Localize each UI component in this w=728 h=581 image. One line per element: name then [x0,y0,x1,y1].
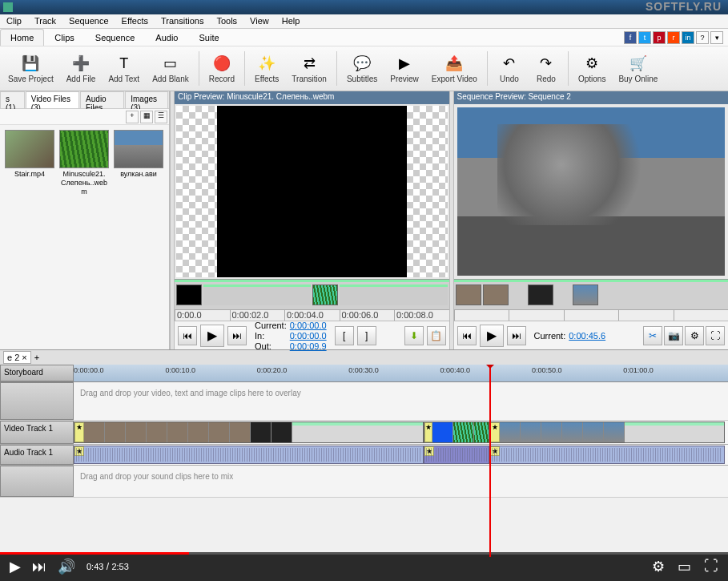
ruler-tick: 0:01:00.0 [623,366,654,374]
mark-in-button[interactable]: [ [335,326,354,345]
add-blank-icon: ▭ [161,54,180,73]
video-track[interactable]: Video Track 1 ★ ★ ★ [0,421,728,445]
twitter-icon[interactable]: t [638,31,651,44]
seq-current-link[interactable]: 0:00:45.6 [569,331,605,341]
seq-prev-button[interactable]: ⏮ [457,326,477,345]
menu-help[interactable]: Help [276,14,307,28]
split-button[interactable]: ✂ [643,326,662,345]
menu-track[interactable]: Track [28,14,62,28]
mix-track[interactable]: Drag and drop your sound clips here to m… [0,466,728,498]
clip-ruler[interactable]: 0:00.00:00:02.00:00:04.00:00:06.00:00:08… [175,309,449,321]
storyboard-button[interactable]: Storyboard [0,365,74,381]
video-clip[interactable]: ★ [489,422,725,443]
media-panel: s (1)Video Files (3)Audio FilesImages (3… [0,91,170,349]
overlay-track[interactable]: Drag and drop your video, text and image… [0,382,728,421]
volume-icon[interactable]: 🔊 [58,558,75,575]
options-button[interactable]: ⚙Options [573,48,611,89]
clip-current-link[interactable]: 0:00:00.0 [290,321,327,330]
add-text-button[interactable]: TAdd Text [103,48,145,89]
add-text-icon: T [115,54,134,73]
help-icon[interactable]: ? [696,31,709,44]
media-item[interactable]: вулкан.ави [114,130,163,179]
video-clip[interactable]: ★ [424,422,489,443]
reddit-icon[interactable]: r [667,31,680,44]
progress-bar[interactable] [0,552,728,555]
seq-strip[interactable] [454,279,729,309]
ruler-tick: 0:00:40.0 [440,366,471,374]
media-tab[interactable]: s (1) [0,91,25,108]
ribbon-tab-sequence[interactable]: Sequence [85,29,146,46]
effects-button[interactable]: ✨Effects [249,48,284,89]
menu-view[interactable]: View [243,14,276,28]
snapshot-button[interactable]: 📷 [664,326,683,345]
clip-in-link[interactable]: 0:00:00.0 [290,331,327,341]
playhead[interactable] [489,365,491,557]
mark-out-button[interactable]: ] [357,326,376,345]
buy-online-button[interactable]: 🛒Buy Online [613,48,663,89]
ribbon-tab-home[interactable]: Home [0,29,44,46]
play-button[interactable]: ▶ [10,558,21,575]
menu-tools[interactable]: Tools [210,14,243,28]
menu-transitions[interactable]: Transitions [155,14,210,28]
record-button[interactable]: 🔴Record [203,48,240,89]
sequence-tab[interactable]: e 2 × [3,351,31,364]
transition-button[interactable]: ⇄Transition [286,48,332,89]
save-project-button[interactable]: 💾Save Project [2,48,59,89]
audio-clip[interactable]: ★ [489,446,725,464]
seq-next-button[interactable]: ⏭ [507,326,526,345]
fullscreen-icon[interactable]: ⛶ [704,558,718,575]
export-video-icon: 📤 [444,54,464,73]
media-filename: Stair.mp4 [5,170,54,179]
media-tab[interactable]: Audio Files [80,91,124,108]
audio-clip[interactable]: ★ [424,446,489,464]
seq-play-button[interactable]: ▶ [480,325,504,347]
audio-track[interactable]: Audio Track 1 ★ ★ ★ [0,445,728,466]
add-file-button[interactable]: ➕Add File [61,48,102,89]
menu-clip[interactable]: Clip [0,14,28,28]
seq-preview-viewport[interactable] [456,106,727,277]
clip-prev-button[interactable]: ⏮ [178,326,197,345]
menu-effects[interactable]: Effects [115,14,155,28]
settings-icon[interactable]: ⚙ [652,558,665,575]
media-toolbar: + ▦ ☰ [0,109,169,125]
fullscreen-button[interactable]: ⛶ [706,326,725,345]
add-sequence-icon[interactable]: + [34,353,39,362]
seq-timecodes: Current:0:00:45.6 [534,331,606,341]
ribbon-tab-suite[interactable]: Suite [188,29,229,46]
media-item[interactable]: Stair.mp4 [5,130,54,179]
facebook-icon[interactable]: f [624,31,637,44]
pinterest-icon[interactable]: p [653,31,666,44]
list-icon[interactable]: ☰ [155,111,167,123]
clip-play-button[interactable]: ▶ [200,325,224,347]
audio-clip[interactable]: ★ [74,446,424,464]
media-tab[interactable]: Images (3) [125,91,168,108]
media-item[interactable]: Minuscule21. Слепень..webm [59,130,109,196]
view-icon[interactable]: ▦ [140,111,153,123]
dropdown-icon[interactable]: ▾ [710,31,723,44]
add-media-icon[interactable]: + [126,111,139,123]
video-track-label: Video Track 1 [0,421,74,444]
insert-button[interactable]: ⬇ [404,326,424,345]
clip-out-link[interactable]: 0:00:09.9 [290,341,327,351]
menu-sequence[interactable]: Sequence [62,14,115,28]
redo-button[interactable]: ↷Redo [529,48,564,89]
ribbon-tab-clips[interactable]: Clips [44,29,84,46]
preview-button[interactable]: ▶Preview [384,48,424,89]
settings-button[interactable]: ⚙ [685,326,704,345]
clip-preview-viewport[interactable] [176,106,448,277]
clip-strip[interactable] [175,279,449,309]
ribbon-tab-audio[interactable]: Audio [145,29,188,46]
timeline-ruler[interactable]: 0:00:00.00:00:10.00:00:20.00:00:30.00:00… [74,365,728,381]
linkedin-icon[interactable]: in [682,31,694,44]
next-button[interactable]: ⏭ [32,559,46,575]
export-video-button[interactable]: 📤Export Video [426,48,483,89]
theater-icon[interactable]: ▭ [678,558,691,575]
subtitles-button[interactable]: 💬Subtitles [341,48,383,89]
undo-button[interactable]: ↶Undo [492,48,527,89]
media-tab[interactable]: Video Files (3) [26,91,79,108]
overwrite-button[interactable]: 📋 [427,326,446,345]
seq-ruler[interactable] [454,309,729,321]
add-blank-button[interactable]: ▭Add Blank [147,48,195,89]
clip-next-button[interactable]: ⏭ [227,326,247,345]
video-clip[interactable]: ★ [74,422,424,443]
